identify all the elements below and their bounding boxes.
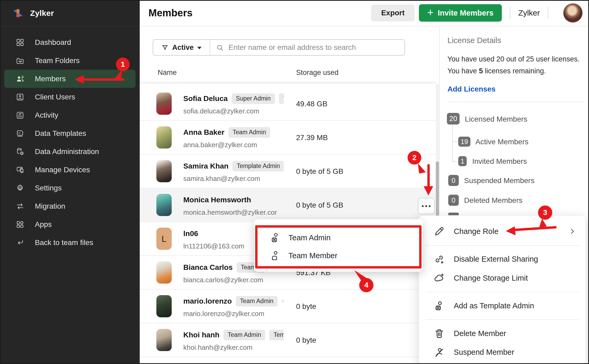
sidebar-item-back-to-team-files[interactable]: Back to team files — [0, 233, 140, 252]
column-header-storage: Storage used — [296, 69, 339, 77]
role-badge: Team Admin — [236, 296, 278, 306]
member-email: monica.hemsworth@zylker.cor — [183, 208, 277, 217]
page-title: Members — [148, 7, 193, 19]
menu-divider — [426, 319, 579, 320]
client-users-icon — [16, 93, 24, 101]
team-admin-icon — [269, 232, 281, 243]
submenu-item-team-member[interactable]: Team Member — [254, 247, 423, 265]
tree-line — [452, 124, 453, 162]
hidden-stat-badge-sliver — [448, 213, 459, 215]
filter-search-bar: Active — [153, 39, 405, 56]
menu-item-add-as-template-admin[interactable]: Add as Template Admin — [419, 296, 586, 315]
sidebar: Zylker Dashboard Team Folders Members Cl… — [0, 0, 140, 364]
sidebar-item-label: Back to team files — [35, 238, 93, 247]
sidebar-item-settings[interactable]: Settings — [0, 179, 140, 197]
dashboard-icon — [16, 38, 24, 47]
sidebar-item-apps[interactable]: Apps — [0, 215, 140, 233]
member-email: ln112106@163.com — [183, 242, 244, 250]
chevron-right-icon — [568, 227, 576, 235]
menu-item-change-storage-limit[interactable]: Change Storage Limit — [419, 269, 586, 287]
invite-members-button[interactable]: + Invite Members — [419, 4, 502, 22]
member-name: Monica Hemsworth — [183, 196, 251, 204]
member-name: Anna Baker — [183, 128, 225, 137]
suspended-members-label[interactable]: Suspended Members — [464, 176, 534, 185]
status-filter-value: Active — [172, 44, 194, 52]
pencil-icon — [434, 226, 445, 237]
members-list-panel: Active Name Storage used Sofia Deluca Su… — [140, 27, 436, 364]
menu-item-change-role[interactable]: Change Role — [419, 222, 586, 241]
suspended-members-count: 0 — [448, 175, 459, 186]
table-row[interactable]: Monica Hemsworth monica.hemsworth@zylker… — [140, 188, 436, 222]
sidebar-item-dashboard[interactable]: Dashboard — [0, 33, 140, 51]
data-administration-icon — [16, 147, 24, 156]
sidebar-item-label: Migration — [35, 202, 65, 210]
sidebar-item-manage-devices[interactable]: Manage Devices — [0, 161, 140, 179]
table-header: Name Storage used — [140, 69, 436, 78]
member-name: Samira Khan — [183, 162, 228, 170]
menu-item-suspend-member[interactable]: Suspend Member — [419, 343, 586, 361]
sidebar-item-label: Activity — [35, 111, 58, 119]
status-filter-dropdown[interactable]: Active — [153, 40, 210, 55]
back-icon — [16, 238, 24, 247]
table-row[interactable]: Sofia Deluca Super AdminT sofia.deluca@z… — [140, 87, 436, 121]
avatar — [156, 194, 172, 216]
table-row[interactable]: Khoi hanh Team AdminTemp khoi.hanh@zylke… — [140, 323, 436, 357]
table-row[interactable]: mario.lorenzo Team Admin mario.lorenzo@z… — [140, 290, 436, 323]
invited-members-count: 1 — [458, 156, 467, 166]
sidebar-item-client-users[interactable]: Client Users — [0, 88, 140, 106]
trash-icon — [434, 328, 445, 339]
table-row[interactable]: Samira Khan Template Admin samira.khan@z… — [140, 155, 436, 188]
sidebar-item-label: Settings — [35, 184, 62, 192]
member-name: ln06 — [183, 229, 198, 238]
licensed-members-label[interactable]: Licensed Members — [465, 115, 527, 123]
sidebar-item-members[interactable]: Members — [4, 70, 135, 88]
sidebar-item-data-templates[interactable]: Data Templates — [0, 124, 140, 142]
sidebar-item-label: Client Users — [35, 93, 75, 101]
avatar — [156, 261, 172, 284]
avatar — [156, 93, 172, 115]
sidebar-item-migration[interactable]: Migration — [0, 197, 140, 215]
settings-icon — [16, 184, 24, 192]
table-row[interactable]: Anna Baker Team Admin anna.baker@zylker.… — [140, 121, 436, 155]
change-role-submenu: Team Admin Team Member — [254, 219, 423, 272]
submenu-item-team-admin[interactable]: Team Admin — [254, 229, 423, 247]
tree-line — [452, 161, 458, 162]
sidebar-item-data-administration[interactable]: Data Administration — [0, 142, 140, 161]
sidebar-nav: Dashboard Team Folders Members Client Us… — [0, 33, 140, 252]
licenses-remaining-count: 5 — [479, 67, 483, 75]
deleted-members-label[interactable]: Deleted Members — [464, 196, 522, 205]
brand-name: Zylker — [30, 9, 54, 18]
member-context-menu: Change Role Disable External Sharing Cha… — [419, 215, 586, 364]
menu-divider — [426, 292, 579, 292]
user-avatar[interactable] — [563, 3, 583, 23]
sidebar-item-label: Dashboard — [35, 38, 71, 47]
search-input[interactable] — [228, 43, 404, 52]
member-storage: 0 byte of 5 GB — [296, 167, 343, 176]
member-name: Bianca Carlos — [183, 263, 233, 272]
header: Members Export + Invite Members Zylker — [140, 0, 589, 26]
sidebar-item-label: Members — [35, 75, 66, 83]
more-actions-button[interactable] — [418, 198, 434, 214]
members-icon — [16, 75, 24, 83]
member-name: Khoi hanh — [183, 331, 219, 339]
member-email: mario.lorenzo@zylker.com — [183, 310, 264, 318]
sidebar-item-label: Apps — [35, 220, 52, 229]
person-badge-icon — [434, 300, 445, 311]
cloud-plus-icon — [434, 272, 445, 284]
active-members-label[interactable]: Active Members — [475, 138, 529, 146]
column-header-name: Name — [158, 69, 177, 77]
zylker-logo-icon — [12, 7, 24, 20]
team-folders-icon — [16, 56, 24, 65]
menu-item-disable-external-sharing[interactable]: Disable External Sharing — [419, 250, 586, 268]
member-email: anna.baker@zylker.com — [183, 141, 257, 149]
sidebar-item-activity[interactable]: Activity — [0, 106, 140, 124]
export-button[interactable]: Export — [371, 4, 415, 21]
sidebar-item-team-folders[interactable]: Team Folders — [0, 51, 140, 70]
role-badge: Template Admin — [232, 161, 284, 171]
menu-item-delete-member[interactable]: Delete Member — [419, 324, 586, 343]
tree-line — [452, 141, 458, 142]
member-name: mario.lorenzo — [183, 297, 232, 305]
panel-section-divider — [447, 102, 585, 102]
invited-members-label[interactable]: Invited Members — [472, 157, 527, 166]
add-licenses-link[interactable]: Add Licenses — [447, 85, 495, 93]
